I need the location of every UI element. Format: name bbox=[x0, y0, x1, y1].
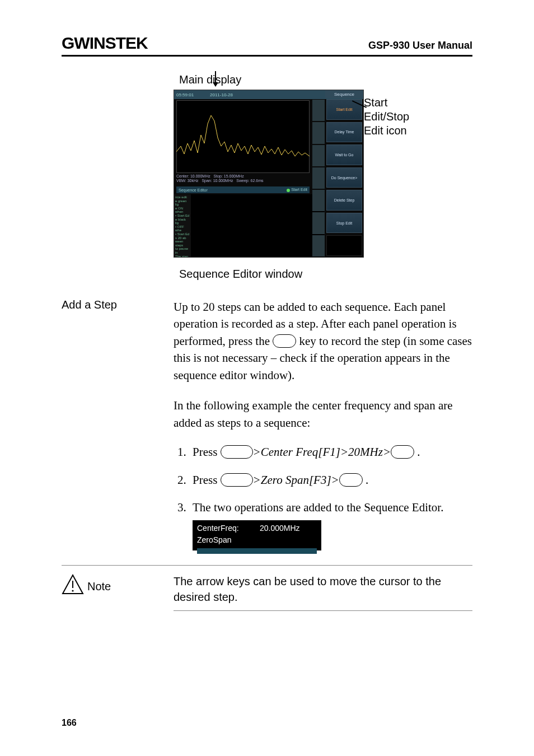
seqbar-title: Sequence Editor bbox=[179, 188, 208, 192]
mini-centerfreq-value: 20.000MHz bbox=[260, 522, 300, 534]
softkey-do-sequence[interactable]: Do Sequence> bbox=[326, 167, 362, 188]
center-readout: Center: 10.000MHz bbox=[176, 174, 210, 178]
softkey-delete-step[interactable]: Delete Step bbox=[326, 190, 362, 211]
figure-block: Main display 05:59:01 2011-10-28 Att: 10… bbox=[174, 73, 472, 281]
add-a-step-section: Add a Step Up to 20 steps can be added t… bbox=[62, 298, 472, 384]
screenshot-time: 05:59:01 bbox=[176, 92, 210, 97]
softkey-header: Sequence bbox=[325, 90, 363, 98]
device-screenshot: 05:59:01 2011-10-28 Att: 10.0 dB Center:… bbox=[174, 90, 364, 258]
step-3: The two operations are added to the Sequ… bbox=[189, 499, 472, 550]
main-display-label: Main display bbox=[179, 73, 472, 86]
status-cell bbox=[312, 122, 325, 143]
section-body: Up to 20 steps can be added to each sequ… bbox=[174, 298, 472, 384]
arrow-down-icon bbox=[215, 71, 216, 83]
seqbar-status: Start Edit bbox=[287, 188, 307, 192]
enter-key-icon bbox=[339, 473, 363, 487]
brand-logo: GWINSTEK bbox=[62, 34, 148, 53]
enter-key-icon bbox=[391, 445, 414, 459]
callout-start-edit: Start Edit/Stop Edit icon bbox=[364, 96, 409, 138]
screenshot-footer-info: Center: 10.000MHz Stop: 15.000MHz VBW: 3… bbox=[176, 174, 310, 184]
page-number: 166 bbox=[62, 718, 77, 728]
span-key-icon bbox=[221, 473, 253, 487]
softkey-stop-edit[interactable]: Stop Edit bbox=[326, 213, 362, 234]
softkey-column: Sequence Start Edit Delay Time Wait to G… bbox=[325, 90, 363, 257]
sweep-readout: Sweep: 62.6ms bbox=[236, 179, 263, 183]
mini-zerospan-label: ZeroSpan bbox=[197, 534, 317, 546]
span-readout: Span: 10.000MHz bbox=[202, 179, 233, 183]
divider bbox=[62, 565, 472, 566]
step-1: Press >Center Freq[F1]>20MHz> . bbox=[189, 444, 472, 461]
para-2: In the following example the center freq… bbox=[174, 397, 472, 431]
sequence-list-area bbox=[191, 194, 324, 257]
step-2: Press >Zero Span[F3]> . bbox=[189, 472, 472, 489]
softkey-delay-time[interactable]: Delay Time bbox=[326, 122, 362, 143]
note-text: The arrow keys can be used to move the c… bbox=[174, 573, 472, 611]
mini-sequence-editor: CenterFreq: 20.000MHz ZeroSpan bbox=[193, 520, 321, 550]
status-cell bbox=[312, 145, 325, 166]
stop-readout: Stop: 15.000MHz bbox=[214, 174, 244, 178]
status-cell bbox=[312, 235, 325, 256]
softkey-blank bbox=[326, 235, 362, 256]
step-list: Press >Center Freq[F1]>20MHz> . Press >Z… bbox=[174, 444, 472, 550]
sequence-editor-bar: Sequence Editor Start Edit bbox=[176, 186, 310, 193]
svg-point-2 bbox=[72, 590, 73, 591]
manual-title: GSP-930 User Manual bbox=[368, 40, 472, 52]
spectrum-trace bbox=[176, 113, 310, 163]
frequency-key-icon bbox=[221, 445, 253, 459]
softkey-wait-to-go[interactable]: Wait to Go bbox=[326, 144, 362, 165]
mini-cursor-bar bbox=[197, 548, 317, 554]
hint-panel: nce edite green lige ON when• Start Ede … bbox=[174, 194, 191, 257]
mini-centerfreq-label: CenterFreq: bbox=[197, 522, 260, 534]
sequence-editor-label: Sequence Editor window bbox=[179, 268, 472, 281]
page-header: GWINSTEK GSP-930 User Manual bbox=[62, 34, 472, 57]
status-cell bbox=[312, 100, 325, 121]
caution-icon bbox=[62, 573, 87, 598]
status-cell bbox=[312, 212, 325, 234]
arrow-up-icon bbox=[250, 241, 251, 255]
note-label: Note bbox=[87, 573, 174, 593]
status-column bbox=[312, 99, 325, 257]
note-section: Note The arrow keys can be used to move … bbox=[62, 573, 472, 611]
enter-key-icon bbox=[273, 334, 296, 348]
status-cell bbox=[312, 167, 325, 189]
section-label: Add a Step bbox=[62, 298, 174, 384]
vbw-readout: VBW: 30kHz bbox=[176, 179, 199, 183]
status-cell bbox=[312, 190, 325, 211]
